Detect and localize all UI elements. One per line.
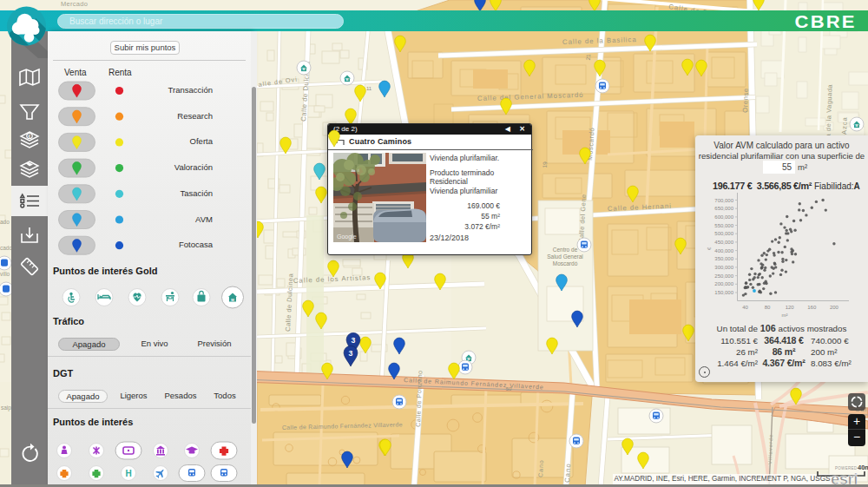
svg-text:350,000: 350,000 [714,256,733,261]
svg-text:160: 160 [807,305,817,310]
svg-text:300,000: 300,000 [714,265,733,270]
svg-text:Orense: Orense [741,88,750,113]
svg-text:villo: villo [0,271,10,277]
svg-text:Azca: Azca [840,116,849,135]
svg-text:500,000: 500,000 [714,231,733,236]
svg-text:40: 40 [742,305,748,310]
svg-text:200,000: 200,000 [714,281,733,286]
svg-text:550,000: 550,000 [714,223,733,228]
svg-text:450,000: 450,000 [714,240,733,245]
svg-text:600,000: 600,000 [714,214,733,220]
svg-text:€: € [707,247,712,250]
svg-text:3: 3 [352,336,356,345]
svg-text:Moscardó: Moscardó [553,260,578,267]
svg-text:700,000: 700,000 [714,198,733,203]
svg-text:Cano: Cano [563,463,572,483]
svg-text:M: M [303,68,306,71]
svg-text:50: 50 [506,386,512,392]
svg-text:3: 3 [349,349,353,358]
svg-text:ado: ado [0,219,10,225]
svg-text:M: M [346,78,349,82]
svg-text:saip: saip [1,405,11,411]
svg-text:Mercado: Mercado [61,0,88,8]
svg-text:11: 11 [366,86,372,91]
svg-text:80: 80 [765,305,771,310]
svg-text:€: € [29,133,31,138]
svg-text:Google: Google [337,234,357,240]
svg-text:M: M [231,298,234,302]
svg-text:H: H [125,469,131,478]
svg-text:120: 120 [786,305,795,310]
svg-text:200: 200 [830,305,839,310]
svg-text:650,000: 650,000 [714,206,733,211]
svg-text:19: 19 [542,161,548,168]
svg-text:Cano: Cano [537,459,544,477]
svg-text:M: M [856,124,858,128]
svg-text:150,000: 150,000 [714,290,733,295]
svg-text:m²: m² [782,313,788,318]
svg-text:21: 21 [585,54,591,61]
svg-text:400,000: 400,000 [714,248,733,253]
svg-text:Salud General: Salud General [547,253,583,260]
svg-text:Centro de: Centro de [553,247,578,253]
svg-text:250,000: 250,000 [714,273,733,279]
svg-text:Villaverde: Villaverde [767,433,773,464]
